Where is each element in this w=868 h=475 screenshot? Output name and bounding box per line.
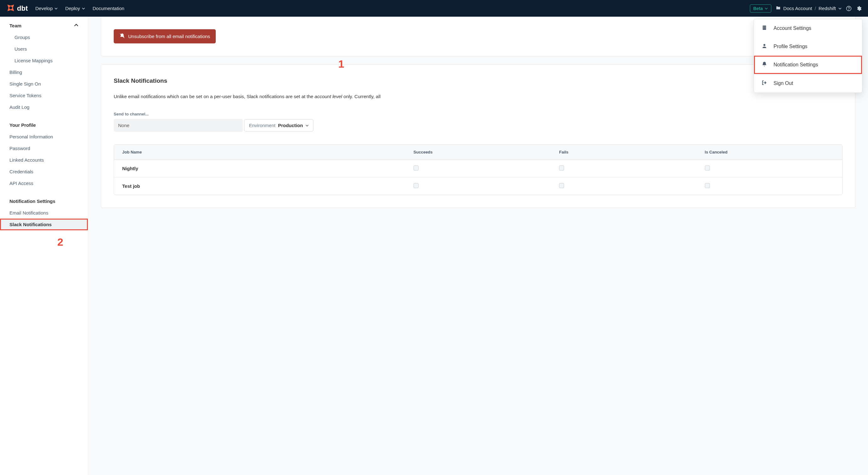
dropdown-profile-settings[interactable]: Profile Settings bbox=[754, 37, 862, 56]
chevron-up-icon bbox=[74, 23, 79, 28]
bell-slash-icon bbox=[119, 33, 125, 40]
table-row: Nightly bbox=[114, 160, 842, 177]
environment-label: Environment bbox=[249, 123, 275, 128]
slack-desc-text-2: only. Currently, all bbox=[342, 94, 380, 99]
beta-label: Beta bbox=[753, 6, 763, 11]
svg-rect-6 bbox=[765, 27, 766, 28]
checkbox-succeeds[interactable] bbox=[413, 183, 418, 188]
dropdown-sign-out-label: Sign Out bbox=[774, 80, 793, 86]
nav-deploy-label: Deploy bbox=[65, 6, 80, 11]
job-name-cell: Nightly bbox=[114, 160, 405, 177]
topnav-right: Beta Docs Account / Redshift bbox=[750, 4, 862, 12]
topnav-left: dbt Develop Deploy Documentation bbox=[6, 3, 124, 13]
dropdown-notification-settings[interactable]: Notification Settings bbox=[754, 56, 862, 74]
jobs-table: Job Name Succeeds Fails Is Canceled Nigh… bbox=[114, 144, 842, 195]
dropdown-profile-settings-label: Profile Settings bbox=[774, 44, 808, 49]
settings-dropdown-menu: Account Settings Profile Settings Notifi… bbox=[754, 19, 862, 93]
chevron-down-icon bbox=[838, 6, 841, 11]
svg-rect-7 bbox=[764, 28, 764, 29]
bell-icon bbox=[762, 61, 767, 68]
checkbox-canceled[interactable] bbox=[705, 183, 710, 188]
svg-rect-2 bbox=[763, 26, 766, 30]
beta-badge[interactable]: Beta bbox=[750, 4, 771, 12]
sidebar-item-billing[interactable]: Billing bbox=[0, 66, 88, 78]
sidebar-item-personal-info[interactable]: Personal Information bbox=[0, 131, 88, 142]
nav-develop[interactable]: Develop bbox=[35, 4, 58, 13]
checkbox-succeeds[interactable] bbox=[413, 166, 418, 170]
dropdown-sign-out[interactable]: Sign Out bbox=[754, 74, 862, 93]
job-name-cell: Test job bbox=[114, 177, 405, 195]
sidebar-item-email-notifications[interactable]: Email Notifications bbox=[0, 207, 88, 218]
sidebar-team-label: Team bbox=[9, 23, 22, 28]
col-canceled: Is Canceled bbox=[697, 145, 842, 160]
nav-develop-label: Develop bbox=[35, 6, 53, 11]
dropdown-account-settings[interactable]: Account Settings bbox=[754, 19, 862, 37]
chevron-down-icon bbox=[765, 6, 768, 11]
nav-documentation[interactable]: Documentation bbox=[93, 4, 124, 13]
email-card: Unsubscribe from all email notifications bbox=[101, 17, 856, 56]
svg-point-1 bbox=[849, 10, 849, 10]
slack-card: Slack Notifications Unlike email notific… bbox=[101, 65, 856, 208]
channel-label: Send to channel... bbox=[114, 112, 842, 116]
separator: / bbox=[815, 6, 816, 11]
nav-deploy[interactable]: Deploy bbox=[65, 4, 85, 13]
checkbox-canceled[interactable] bbox=[705, 166, 710, 170]
svg-rect-8 bbox=[765, 28, 766, 29]
folder-icon bbox=[776, 5, 781, 11]
dropdown-notification-settings-label: Notification Settings bbox=[774, 62, 818, 68]
environment-value: Production bbox=[278, 123, 303, 128]
project-name: Redshift bbox=[818, 6, 836, 11]
user-icon bbox=[762, 43, 767, 50]
sidebar-item-groups[interactable]: Groups bbox=[0, 31, 88, 43]
sidebar-item-api-access[interactable]: API Access bbox=[0, 177, 88, 189]
logo-text: dbt bbox=[17, 4, 28, 12]
sidebar-team-header[interactable]: Team bbox=[0, 20, 88, 31]
building-icon bbox=[762, 25, 767, 32]
slack-desc-em: account level bbox=[315, 94, 342, 99]
sidebar-notification-settings-header: Notification Settings bbox=[0, 195, 88, 207]
sidebar-item-service-tokens[interactable]: Service Tokens bbox=[0, 90, 88, 101]
top-nav: dbt Develop Deploy Documentation Beta Do… bbox=[0, 0, 868, 17]
slack-desc-text-1: Unlike email notifications which can be … bbox=[114, 94, 315, 99]
nav-documentation-label: Documentation bbox=[93, 6, 124, 11]
sidebar-item-linked-accounts[interactable]: Linked Accounts bbox=[0, 154, 88, 166]
svg-rect-4 bbox=[765, 26, 766, 27]
chevron-down-icon bbox=[306, 123, 309, 128]
sidebar-item-users[interactable]: Users bbox=[0, 43, 88, 55]
environment-dropdown[interactable]: Environment Production bbox=[244, 119, 313, 132]
help-button[interactable] bbox=[846, 6, 851, 11]
table-header-row: Job Name Succeeds Fails Is Canceled bbox=[114, 145, 842, 160]
svg-rect-3 bbox=[764, 26, 764, 27]
sidebar-item-license-mappings[interactable]: License Mappings bbox=[0, 55, 88, 66]
slack-heading: Slack Notifications bbox=[114, 77, 842, 84]
unsubscribe-button[interactable]: Unsubscribe from all email notifications bbox=[114, 29, 216, 43]
content: Unsubscribe from all email notifications… bbox=[88, 17, 868, 475]
slack-description: Unlike email notifications which can be … bbox=[114, 93, 842, 100]
sidebar-item-audit-log[interactable]: Audit Log bbox=[0, 101, 88, 113]
unsubscribe-label: Unsubscribe from all email notifications bbox=[128, 34, 210, 39]
svg-rect-5 bbox=[764, 27, 764, 28]
sidebar-item-credentials[interactable]: Credentials bbox=[0, 166, 88, 177]
col-job-name: Job Name bbox=[114, 145, 405, 160]
chevron-down-icon bbox=[82, 6, 85, 11]
logo[interactable]: dbt bbox=[6, 3, 28, 13]
sidebar-item-password[interactable]: Password bbox=[0, 142, 88, 154]
table-row: Test job bbox=[114, 177, 842, 195]
sign-out-icon bbox=[762, 80, 767, 87]
settings-gear-button[interactable] bbox=[856, 6, 862, 11]
dbt-logo-icon bbox=[6, 3, 15, 13]
col-succeeds: Succeeds bbox=[405, 145, 551, 160]
dropdown-account-settings-label: Account Settings bbox=[774, 26, 811, 31]
checkbox-fails[interactable] bbox=[559, 183, 564, 188]
sidebar-your-profile-header: Your Profile bbox=[0, 119, 88, 131]
main-layout: Team Groups Users License Mappings Billi… bbox=[0, 17, 868, 475]
svg-point-9 bbox=[764, 44, 765, 46]
channel-input[interactable] bbox=[114, 119, 243, 132]
sidebar-item-slack-notifications[interactable]: Slack Notifications bbox=[0, 218, 88, 230]
account-switcher[interactable]: Docs Account / Redshift bbox=[776, 5, 841, 11]
checkbox-fails[interactable] bbox=[559, 166, 564, 170]
sidebar: Team Groups Users License Mappings Billi… bbox=[0, 17, 88, 475]
chevron-down-icon bbox=[55, 6, 58, 11]
sidebar-item-sso[interactable]: Single Sign On bbox=[0, 78, 88, 90]
col-fails: Fails bbox=[551, 145, 696, 160]
